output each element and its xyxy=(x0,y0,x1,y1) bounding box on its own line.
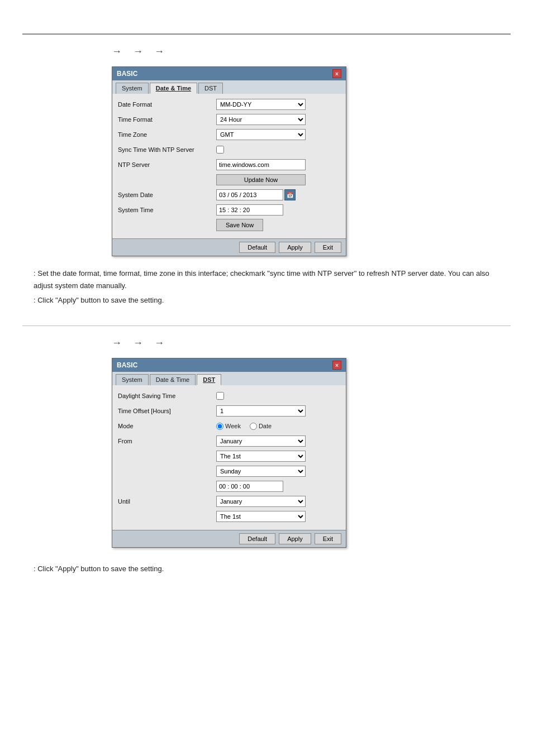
description-1: : Set the date format, time format, time… xyxy=(34,267,511,307)
row-save-now: Save Now xyxy=(116,219,342,231)
input-system-date[interactable] xyxy=(216,189,283,200)
control-time-zone: GMT xyxy=(216,129,342,140)
apply-button-1[interactable]: Apply xyxy=(279,242,311,253)
row-system-date: System Date 📅 xyxy=(116,189,342,201)
label-system-date: System Date xyxy=(116,192,216,198)
dialog-title-1: BASIC xyxy=(117,70,137,78)
tab-system-2[interactable]: System xyxy=(116,374,149,385)
tab-dst-2[interactable]: DST xyxy=(197,374,221,385)
default-button-2[interactable]: Default xyxy=(239,533,275,544)
exit-button-1[interactable]: Exit xyxy=(315,242,341,253)
dialog-title-2: BASIC xyxy=(117,361,137,369)
nav-arrow-2-1: → xyxy=(112,337,122,349)
date-input-group: 📅 xyxy=(216,189,296,200)
description-2: : Click "Apply" button to save the setti… xyxy=(34,564,511,573)
control-system-date: 📅 xyxy=(216,189,342,200)
row-sync-ntp: Sync Time With NTP Server xyxy=(116,143,342,156)
row-ntp-server: NTP Server xyxy=(116,159,342,171)
control-time-format: 24 Hour xyxy=(216,114,342,125)
label-date-format: Date Format xyxy=(116,101,216,108)
dialog-titlebar-2: BASIC × xyxy=(112,358,346,372)
radio-group-mode: Week Date xyxy=(216,423,272,430)
select-until-month[interactable]: January xyxy=(216,496,306,507)
dialog-titlebar-1: BASIC × xyxy=(112,67,346,80)
control-dst xyxy=(216,392,342,400)
basic-dialog-1: BASIC × System Date & Time DST Date Form… xyxy=(112,66,346,256)
control-from-day: The 1st xyxy=(216,451,342,462)
tab-datetime-2[interactable]: Date & Time xyxy=(150,374,196,385)
basic-dialog-2: BASIC × System Date & Time DST Daylight … xyxy=(112,358,346,548)
input-system-time[interactable] xyxy=(216,204,283,216)
radio-week-label: Week xyxy=(216,423,241,430)
row-time-format: Time Format 24 Hour xyxy=(116,113,342,126)
select-until-day[interactable]: The 1st xyxy=(216,511,306,522)
row-time-zone: Time Zone GMT xyxy=(116,128,342,141)
dialog-footer-2: Default Apply Exit xyxy=(112,530,346,547)
label-sync-ntp: Sync Time With NTP Server xyxy=(116,146,216,153)
radio-date[interactable] xyxy=(250,423,257,430)
desc-1-line-1: : Set the date format, time format, time… xyxy=(34,267,511,292)
control-system-time xyxy=(216,204,342,216)
row-date-format: Date Format MM-DD-YY xyxy=(116,98,342,111)
row-from: From January xyxy=(116,435,342,447)
input-from-time[interactable] xyxy=(216,481,283,492)
radio-week[interactable] xyxy=(216,423,223,430)
select-date-format[interactable]: MM-DD-YY xyxy=(216,99,306,110)
apply-button-2[interactable]: Apply xyxy=(279,533,311,544)
row-until-day: The 1st xyxy=(116,510,342,523)
select-from-month[interactable]: January xyxy=(216,436,306,447)
dialog-close-1[interactable]: × xyxy=(332,69,341,78)
row-time-offset: Time Offset [Hours] 1 xyxy=(116,405,342,417)
control-from-weekday: Sunday xyxy=(216,466,342,477)
label-system-time: System Time xyxy=(116,207,216,213)
tab-system-1[interactable]: System xyxy=(116,83,149,94)
input-ntp-server[interactable] xyxy=(216,159,306,170)
exit-button-2[interactable]: Exit xyxy=(315,533,341,544)
control-from: January xyxy=(216,436,342,447)
desc-1-line-2: : Click "Apply" button to save the setti… xyxy=(34,294,511,307)
select-from-day[interactable]: The 1st xyxy=(216,451,306,462)
control-save-now: Save Now xyxy=(216,219,342,231)
label-time-zone: Time Zone xyxy=(116,131,216,138)
control-date-format: MM-DD-YY xyxy=(216,99,342,110)
label-time-format: Time Format xyxy=(116,116,216,123)
control-ntp-server xyxy=(216,159,342,170)
control-from-time xyxy=(216,481,342,492)
label-time-offset: Time Offset [Hours] xyxy=(116,408,216,414)
row-system-time: System Time xyxy=(116,204,342,216)
default-button-1[interactable]: Default xyxy=(239,242,275,253)
nav-arrow-2: → xyxy=(133,46,143,58)
label-dst: Daylight Saving Time xyxy=(116,393,216,399)
select-time-zone[interactable]: GMT xyxy=(216,129,306,140)
section-dst: → → → BASIC × System Date & Time DST Day… xyxy=(0,326,533,590)
control-time-offset: 1 xyxy=(216,405,342,417)
row-until: Until January xyxy=(116,495,342,508)
nav-arrow-2-2: → xyxy=(133,337,143,349)
row-from-time xyxy=(116,480,342,492)
label-mode: Mode xyxy=(116,423,216,429)
select-time-format[interactable]: 24 Hour xyxy=(216,114,306,125)
dialog-tabs-2: System Date & Time DST xyxy=(112,372,346,385)
dialog-footer-1: Default Apply Exit xyxy=(112,238,346,256)
update-now-button[interactable]: Update Now xyxy=(216,174,306,185)
checkbox-sync-ntp[interactable] xyxy=(216,146,224,154)
nav-arrow-2-3: → xyxy=(154,337,164,349)
select-from-weekday[interactable]: Sunday xyxy=(216,466,306,477)
row-update-now: Update Now xyxy=(116,174,342,186)
tab-datetime-1[interactable]: Date & Time xyxy=(150,83,197,94)
row-from-weekday: Sunday xyxy=(116,465,342,477)
dialog-body-2: Daylight Saving Time Time Offset [Hours]… xyxy=(112,385,346,530)
label-until: Until xyxy=(116,498,216,505)
checkbox-dst[interactable] xyxy=(216,392,224,400)
label-ntp-server: NTP Server xyxy=(116,161,216,168)
dialog-close-2[interactable]: × xyxy=(332,361,341,370)
row-mode: Mode Week Date xyxy=(116,420,342,432)
label-from: From xyxy=(116,438,216,444)
nav-arrow-3: → xyxy=(154,46,164,58)
tab-dst-1[interactable]: DST xyxy=(198,83,223,94)
select-time-offset[interactable]: 1 xyxy=(216,405,306,417)
nav-arrows-2: → → → xyxy=(112,337,511,349)
row-dst: Daylight Saving Time xyxy=(116,390,342,402)
save-now-button[interactable]: Save Now xyxy=(216,219,263,231)
date-calendar-btn[interactable]: 📅 xyxy=(284,189,296,200)
